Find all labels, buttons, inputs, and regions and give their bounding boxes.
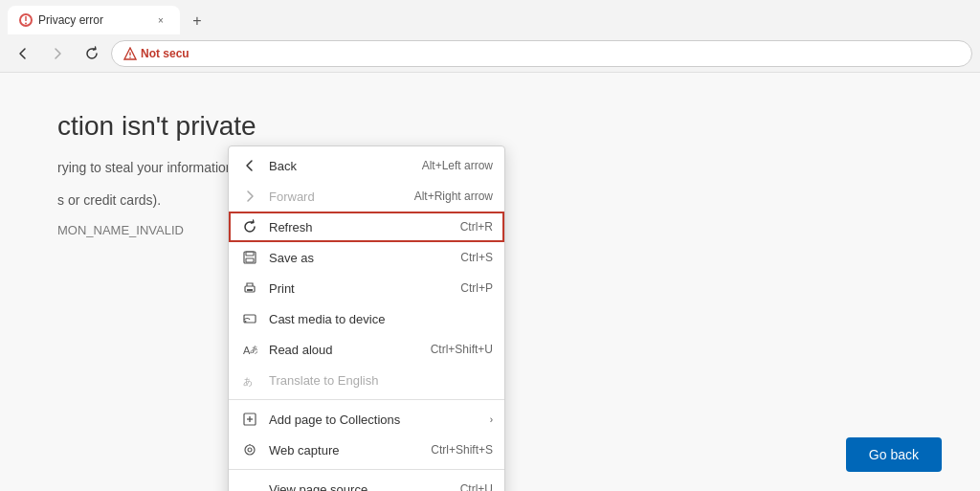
back-button[interactable]: [8, 38, 38, 69]
svg-rect-7: [246, 258, 254, 262]
refresh-button[interactable]: [77, 38, 107, 69]
tab-bar: Privacy error × +: [0, 0, 980, 34]
address-bar[interactable]: Not secu: [111, 40, 972, 67]
web-capture-shortcut: Ctrl+Shift+S: [431, 443, 493, 457]
read-aloud-label: Read aloud: [269, 343, 431, 357]
view-source-icon: [240, 480, 259, 491]
svg-rect-9: [247, 289, 253, 291]
svg-point-11: [245, 321, 247, 323]
add-collections-arrow: ›: [490, 414, 493, 425]
save-as-shortcut: Ctrl+S: [460, 251, 493, 264]
toolbar: Not secu: [0, 34, 980, 73]
read-aloud-icon: Aあ: [240, 340, 259, 359]
menu-item-refresh[interactable]: RefreshCtrl+R: [229, 212, 504, 242]
print-icon: [240, 279, 259, 298]
page-content: ction isn't private rying to steal your …: [0, 73, 980, 491]
menu-item-print[interactable]: PrintCtrl+P: [229, 273, 504, 303]
menu-item-save-as[interactable]: Save asCtrl+S: [229, 242, 504, 273]
view-source-label: View page source: [269, 482, 460, 492]
menu-item-back[interactable]: BackAlt+Left arrow: [229, 150, 504, 181]
web-capture-label: Web capture: [269, 443, 431, 458]
new-tab-button[interactable]: +: [184, 8, 211, 34]
forward-shortcut: Alt+Right arrow: [414, 190, 493, 203]
forward-icon: [240, 187, 259, 206]
menu-separator-2: [229, 469, 504, 470]
tab-title: Privacy error: [38, 13, 103, 27]
svg-rect-6: [246, 252, 254, 256]
context-menu: BackAlt+Left arrowForwardAlt+Right arrow…: [228, 145, 505, 491]
tab-favicon: [19, 13, 33, 27]
back-label: Back: [269, 159, 422, 173]
svg-text:あ: あ: [250, 345, 257, 354]
save-as-icon: [240, 248, 259, 267]
menu-item-view-source[interactable]: View page sourceCtrl+U: [229, 474, 504, 491]
go-back-button[interactable]: Go back: [846, 437, 942, 472]
translate-label: Translate to English: [269, 373, 493, 388]
svg-point-2: [25, 23, 27, 25]
forward-button[interactable]: [42, 38, 73, 69]
menu-item-web-capture[interactable]: Web captureCtrl+Shift+S: [229, 435, 504, 465]
view-source-shortcut: Ctrl+U: [460, 482, 493, 491]
menu-item-forward: ForwardAlt+Right arrow: [229, 181, 504, 212]
refresh-label: Refresh: [269, 220, 460, 234]
back-shortcut: Alt+Left arrow: [422, 159, 493, 172]
web-capture-icon: [240, 440, 259, 459]
back-icon: [240, 156, 259, 175]
forward-label: Forward: [269, 190, 414, 204]
add-collections-icon: [240, 410, 259, 429]
menu-item-cast[interactable]: Cast media to device: [229, 303, 504, 334]
refresh-shortcut: Ctrl+R: [460, 220, 493, 234]
print-shortcut: Ctrl+P: [460, 281, 493, 295]
cast-icon: [240, 309, 259, 328]
save-as-label: Save as: [269, 251, 460, 265]
print-label: Print: [269, 281, 460, 296]
translate-icon: あ: [240, 370, 259, 390]
menu-separator: [229, 399, 504, 400]
refresh-icon: [240, 217, 259, 236]
svg-point-18: [245, 445, 255, 455]
menu-item-read-aloud[interactable]: AあRead aloudCtrl+Shift+U: [229, 334, 504, 365]
browser-frame: Privacy error × + Not secu: [0, 0, 980, 491]
security-warning: Not secu: [123, 47, 189, 60]
active-tab[interactable]: Privacy error ×: [8, 6, 180, 34]
cast-label: Cast media to device: [269, 312, 493, 326]
menu-item-add-collections[interactable]: Add page to Collections›: [229, 404, 504, 435]
svg-point-19: [248, 448, 252, 452]
svg-text:あ: あ: [243, 376, 253, 387]
add-collections-label: Add page to Collections: [269, 413, 482, 427]
menu-item-translate: あTranslate to English: [229, 365, 504, 395]
privacy-error-title: ction isn't private: [57, 111, 612, 142]
tab-close-button[interactable]: ×: [153, 12, 168, 28]
svg-point-4: [129, 56, 131, 58]
read-aloud-shortcut: Ctrl+Shift+U: [431, 343, 493, 356]
